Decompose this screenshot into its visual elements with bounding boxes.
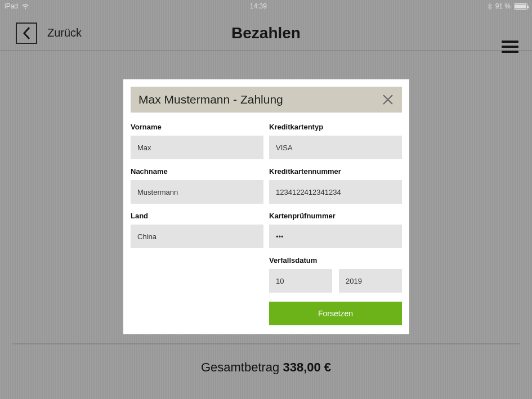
expiry-year-select[interactable]: 2019 bbox=[339, 269, 402, 293]
total-amount: 338,00 € bbox=[283, 360, 331, 374]
cardtype-select[interactable]: VISA bbox=[269, 136, 402, 159]
cardnumber-label: Kreditkartennummer bbox=[269, 167, 402, 176]
modal-header: Max Mustermann - Zahlung bbox=[131, 87, 402, 113]
cvv-label: Kartenprüfnummer bbox=[269, 212, 402, 220]
firstname-input[interactable] bbox=[131, 136, 263, 159]
lastname-label: Nachname bbox=[131, 167, 263, 176]
expiry-month-select[interactable]: 10 bbox=[269, 269, 332, 293]
total-line: Gesamtbetrag 338,00 € bbox=[0, 360, 532, 375]
total-label: Gesamtbetrag bbox=[201, 360, 283, 374]
cardtype-label: Kreditkartentyp bbox=[269, 123, 402, 131]
lastname-input[interactable] bbox=[131, 180, 263, 204]
modal-title: Max Mustermann - Zahlung bbox=[138, 93, 283, 106]
expiry-label: Verfallsdatum bbox=[269, 256, 402, 264]
close-icon bbox=[382, 93, 394, 106]
footer-divider bbox=[12, 343, 520, 344]
close-button[interactable] bbox=[382, 93, 394, 106]
firstname-label: Vorname bbox=[131, 123, 263, 131]
payment-modal: Max Mustermann - Zahlung Vorname Nachnam… bbox=[123, 79, 409, 334]
cardnumber-input[interactable] bbox=[269, 180, 402, 204]
cvv-input[interactable]: ••• bbox=[269, 225, 402, 248]
country-label: Land bbox=[131, 212, 263, 220]
continue-button[interactable]: Forsetzen bbox=[269, 302, 402, 325]
country-select[interactable]: China bbox=[131, 225, 263, 248]
